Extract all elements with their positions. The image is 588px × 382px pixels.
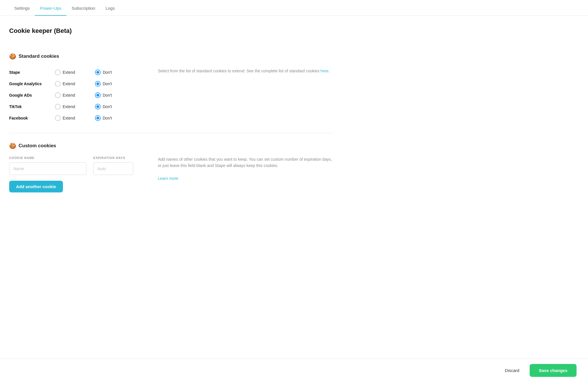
standard-cookies-link[interactable]: here [321,69,329,73]
cookie-name-ga: Google Analytics [9,81,55,86]
extend-label-tiktok: Extend [63,104,75,109]
dont-radio-gads[interactable]: Don't [95,92,135,98]
extend-label-stape: Extend [63,70,75,75]
extend-radio-circle-tiktok[interactable] [55,104,61,110]
main-content: Cookie keeper (Beta) 🍪 Standard cookies … [0,16,343,236]
save-changes-button[interactable]: Save changes [530,364,577,377]
tab-logs[interactable]: Logs [100,0,120,16]
expiration-days-header: EXPIRATION DAYS [93,156,133,160]
standard-cookies-info: Select from the list of standard cookies… [158,67,334,124]
dont-radio-ga[interactable]: Don't [95,81,135,87]
tab-power-ups[interactable]: Power-Ups [35,0,66,16]
standard-cookies-info-suffix: . [329,69,330,73]
tab-subscription[interactable]: Subscription [66,0,100,16]
extend-radio-circle-gads[interactable] [55,92,61,98]
custom-cookies-label: Custom cookies [19,143,56,149]
action-bar: Discard Save changes [0,359,588,382]
dont-radio-circle-ga[interactable] [95,81,101,87]
discard-button[interactable]: Discard [500,365,524,376]
custom-cookies-layout: COOKIE NAME EXPIRATION DAYS Add another … [9,156,334,192]
dont-label-ga: Don't [103,81,112,86]
cookie-name-gads: Google ADs [9,93,55,98]
page-title: Cookie keeper (Beta) [9,27,334,35]
extend-label-gads: Extend [63,93,75,98]
dont-label-facebook: Don't [103,116,112,120]
custom-cookies-emoji: 🍪 [9,142,16,149]
expiration-days-input[interactable] [93,162,133,175]
cookie-name-facebook: Facebook [9,116,55,120]
table-row: Stape Extend Don't [9,67,146,78]
extend-radio-facebook[interactable]: Extend [55,115,95,121]
standard-cookies-info-text: Select from the list of standard cookies… [158,69,321,73]
extend-label-ga: Extend [63,81,75,86]
custom-cookies-section: 🍪 Custom cookies COOKIE NAME EXPIRATION … [9,133,334,202]
tab-settings[interactable]: Settings [9,0,35,16]
form-headers: COOKIE NAME EXPIRATION DAYS [9,156,146,160]
dont-label-gads: Don't [103,93,112,98]
standard-cookies-section: 🍪 Standard cookies Stape Extend Don't [9,44,334,133]
custom-cookies-title: 🍪 Custom cookies [9,142,334,149]
dont-label-tiktok: Don't [103,104,112,109]
extend-radio-circle-facebook[interactable] [55,115,61,121]
dont-label-stape: Don't [103,70,112,75]
standard-cookies-title: 🍪 Standard cookies [9,53,334,60]
learn-more-link[interactable]: Learn more [158,176,178,181]
dont-radio-tiktok[interactable]: Don't [95,104,135,110]
table-row: Google Analytics Extend Don't [9,78,146,89]
dont-radio-circle-facebook[interactable] [95,115,101,121]
nav-tabs: Settings Power-Ups Subscription Logs [0,0,588,16]
extend-radio-tiktok[interactable]: Extend [55,104,95,110]
form-inputs-row [9,162,146,175]
dont-radio-circle-gads[interactable] [95,92,101,98]
cookie-name-tiktok: TikTok [9,104,55,109]
custom-cookies-info: Add names of other cookies that you want… [158,156,334,192]
cookie-name-header: COOKIE NAME [9,156,86,160]
dont-radio-facebook[interactable]: Don't [95,115,135,121]
dont-radio-circle-tiktok[interactable] [95,104,101,110]
extend-radio-circle-stape[interactable] [55,69,61,75]
table-row: TikTok Extend Don't [9,101,146,112]
cookies-layout: Stape Extend Don't Google Analytics Exte… [9,67,334,124]
cookies-table: Stape Extend Don't Google Analytics Exte… [9,67,146,124]
extend-radio-gads[interactable]: Extend [55,92,95,98]
standard-cookies-emoji: 🍪 [9,53,16,60]
cookie-name-input[interactable] [9,162,86,175]
custom-cookies-info-text: Add names of other cookies that you want… [158,156,334,169]
standard-cookies-label: Standard cookies [19,53,59,59]
extend-radio-stape[interactable]: Extend [55,69,95,75]
dont-radio-circle-stape[interactable] [95,69,101,75]
extend-radio-ga[interactable]: Extend [55,81,95,87]
table-row: Google ADs Extend Don't [9,89,146,101]
add-cookie-button[interactable]: Add another cookie [9,181,63,192]
table-row: Facebook Extend Don't [9,112,146,124]
custom-cookies-form: COOKIE NAME EXPIRATION DAYS Add another … [9,156,146,192]
extend-label-facebook: Extend [63,116,75,120]
extend-radio-circle-ga[interactable] [55,81,61,87]
dont-radio-stape[interactable]: Don't [95,69,135,75]
cookie-name-stape: Stape [9,70,55,75]
